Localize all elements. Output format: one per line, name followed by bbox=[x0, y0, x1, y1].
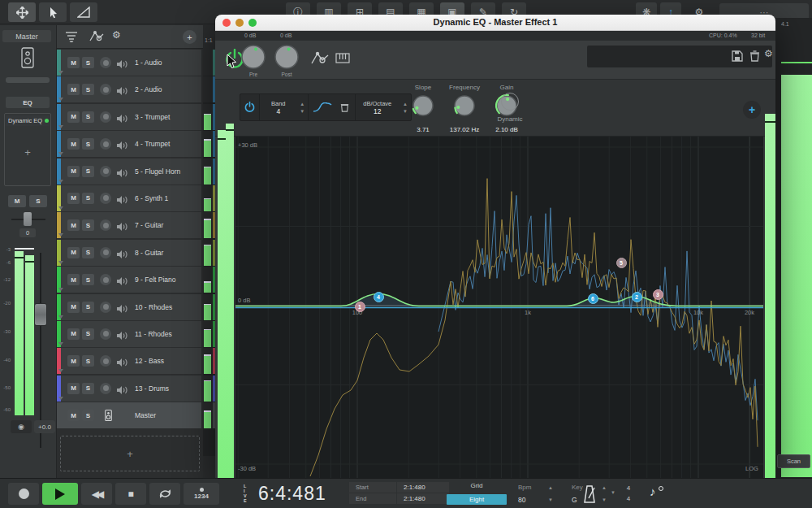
keyboard-icon[interactable] bbox=[335, 53, 350, 63]
expand-arrow-icon[interactable] bbox=[58, 342, 63, 345]
track-row[interactable]: M S 4 - Trumpet bbox=[57, 131, 201, 157]
expand-arrow-icon[interactable] bbox=[58, 233, 63, 237]
bpm-up-icon[interactable]: ▲ bbox=[546, 485, 555, 490]
window-titlebar[interactable]: Dynamic EQ - Master Effect 1 bbox=[215, 15, 775, 31]
eq-button[interactable]: EQ bbox=[6, 97, 50, 108]
monitor-icon[interactable] bbox=[116, 193, 127, 208]
band-handle-6[interactable]: 6 bbox=[588, 293, 598, 304]
track-solo-button[interactable]: S bbox=[82, 355, 94, 367]
record-button[interactable] bbox=[8, 483, 39, 505]
expand-arrow-icon[interactable] bbox=[58, 369, 63, 372]
metronome-dropdown-icon[interactable]: ▼ bbox=[611, 490, 615, 495]
expand-arrow-icon[interactable] bbox=[58, 261, 63, 264]
track-row[interactable]: M S 13 - Drums bbox=[57, 376, 201, 402]
metronome-icon[interactable] bbox=[581, 485, 598, 503]
pointer-tool-button[interactable] bbox=[39, 2, 67, 22]
band-handle-5[interactable]: 5 bbox=[616, 258, 627, 268]
fader-handle[interactable] bbox=[34, 303, 47, 326]
add-insert-button[interactable]: + bbox=[5, 146, 50, 158]
loop-button[interactable] bbox=[149, 483, 180, 505]
track-mute-button[interactable]: M bbox=[67, 328, 80, 340]
key-up-icon[interactable]: ▲ bbox=[599, 485, 609, 490]
pre-gain-knob[interactable] bbox=[240, 44, 266, 70]
band-handle-3[interactable]: 3 bbox=[653, 289, 663, 300]
monitor-icon[interactable] bbox=[116, 248, 127, 263]
fade-tool-button[interactable] bbox=[70, 2, 97, 22]
monitor-icon[interactable] bbox=[116, 167, 127, 181]
filter-shape-button[interactable] bbox=[309, 94, 335, 120]
master-solo-button[interactable]: S bbox=[29, 195, 47, 207]
octave-spinner[interactable]: ▲▼ bbox=[400, 102, 411, 114]
end-value[interactable]: 2:1:480 bbox=[397, 493, 449, 504]
band-selector[interactable]: Band 4 bbox=[260, 94, 296, 120]
expand-arrow-icon[interactable] bbox=[58, 315, 63, 319]
track-solo-button[interactable]: S bbox=[82, 193, 94, 204]
track-solo-button[interactable]: S bbox=[82, 57, 94, 68]
expand-arrow-icon[interactable] bbox=[58, 125, 63, 128]
slope-knob[interactable] bbox=[412, 94, 434, 122]
expand-arrow-icon[interactable] bbox=[58, 206, 63, 210]
track-settings-gear-icon[interactable]: ⚙ bbox=[112, 29, 121, 41]
track-row[interactable]: M S 12 - Bass bbox=[57, 348, 201, 374]
rewind-button[interactable]: ◀◀ bbox=[81, 483, 112, 505]
bpm-value[interactable]: 80 bbox=[513, 496, 546, 504]
track-solo-button[interactable]: S bbox=[82, 138, 94, 150]
record-arm-button[interactable] bbox=[100, 274, 111, 285]
time-signature[interactable]: 4 4 bbox=[624, 483, 633, 504]
play-button[interactable] bbox=[42, 483, 78, 505]
monitor-icon[interactable] bbox=[116, 356, 127, 371]
track-row[interactable]: M S 11 - Rhodes bbox=[57, 321, 201, 347]
monitor-icon[interactable] bbox=[116, 112, 127, 127]
record-arm-button[interactable] bbox=[100, 219, 111, 231]
time-display[interactable]: 6:4:481 bbox=[258, 483, 326, 505]
record-arm-button[interactable] bbox=[100, 247, 111, 258]
record-arm-button[interactable] bbox=[100, 84, 111, 95]
track-row[interactable]: M S 7 - Guitar bbox=[57, 212, 201, 238]
band-spinner[interactable]: ▲▼ bbox=[296, 102, 308, 114]
automation-icon[interactable] bbox=[89, 30, 104, 43]
track-mute-button[interactable]: M bbox=[67, 166, 80, 177]
scan-button[interactable]: Scan bbox=[777, 454, 810, 468]
preset-gear-icon[interactable]: ⚙ bbox=[764, 48, 773, 59]
bpm-down-icon[interactable]: ▼ bbox=[546, 497, 555, 502]
record-arm-button[interactable] bbox=[100, 193, 111, 204]
track-row[interactable]: M S 6 - Synth 1 bbox=[57, 185, 201, 211]
monitor-icon[interactable] bbox=[116, 139, 127, 154]
octave-selector[interactable]: dB/Octave 12 bbox=[356, 94, 400, 120]
add-band-button[interactable]: + bbox=[743, 101, 761, 119]
track-solo-button[interactable]: S bbox=[82, 328, 94, 340]
track-mute-button[interactable]: M bbox=[67, 193, 80, 204]
frequency-knob[interactable] bbox=[453, 94, 476, 122]
start-value[interactable]: 2:1:480 bbox=[397, 482, 449, 493]
track-solo-button[interactable]: S bbox=[82, 302, 94, 313]
delete-preset-icon[interactable] bbox=[749, 50, 760, 62]
stop-button[interactable]: ■ bbox=[115, 483, 146, 505]
track-mute-button[interactable]: M bbox=[67, 302, 80, 313]
add-track-area[interactable]: + bbox=[60, 436, 200, 471]
monitor-icon[interactable] bbox=[116, 58, 127, 72]
master-track-row[interactable]: M S Master bbox=[57, 402, 201, 428]
pan-slider-handle[interactable] bbox=[24, 212, 32, 226]
eq-graph[interactable]: +30 dB 0 dB -30 dB LOG 1001k10k20k 14562… bbox=[235, 137, 763, 478]
master-mute-button[interactable]: M bbox=[8, 195, 26, 207]
track-row[interactable]: M S 10 - Rhodes bbox=[57, 294, 201, 320]
track-solo-button[interactable]: S bbox=[82, 383, 94, 394]
track-solo-button[interactable]: S bbox=[82, 84, 94, 95]
track-solo-button[interactable]: S bbox=[82, 219, 94, 231]
expand-arrow-icon[interactable] bbox=[58, 288, 63, 291]
band-handle-2[interactable]: 2 bbox=[632, 292, 642, 302]
record-arm-button[interactable] bbox=[100, 111, 111, 123]
master-gain-value[interactable]: +0.0 bbox=[34, 420, 55, 433]
track-solo-button[interactable]: S bbox=[82, 111, 94, 123]
record-arm-button[interactable] bbox=[100, 57, 111, 68]
band-handle-1[interactable]: 1 bbox=[355, 302, 365, 312]
add-track-button[interactable]: + bbox=[183, 30, 197, 44]
track-row[interactable]: M S 1 - Audio bbox=[57, 50, 201, 76]
key-down-icon[interactable]: ▼ bbox=[599, 497, 609, 502]
expand-arrow-icon[interactable] bbox=[58, 152, 63, 155]
automation-icon[interactable] bbox=[311, 50, 329, 67]
insert-power-dot[interactable] bbox=[45, 119, 49, 123]
track-mute-button[interactable]: M bbox=[67, 219, 80, 231]
track-mute-button[interactable]: M bbox=[67, 57, 80, 68]
record-arm-button[interactable] bbox=[100, 302, 111, 313]
